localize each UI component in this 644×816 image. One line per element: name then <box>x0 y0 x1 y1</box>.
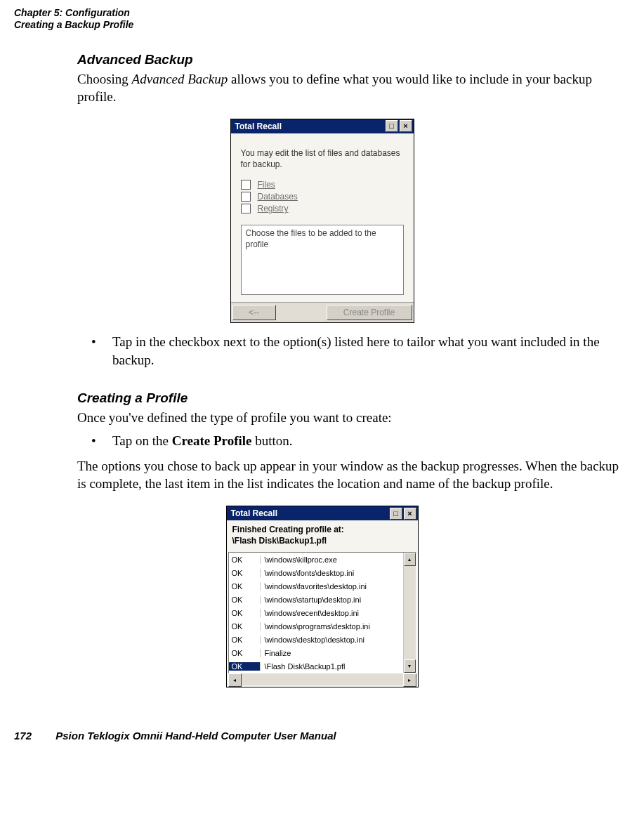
status-cell: OK <box>229 649 261 657</box>
back-button[interactable]: <-- <box>232 305 276 320</box>
table-row[interactable]: OK\windows\killproc.exe <box>229 553 403 566</box>
option-row-registry[interactable]: Registry <box>241 204 404 213</box>
table-row[interactable]: OK\windows\fonts\desktop.ini <box>229 566 403 579</box>
checkbox-databases[interactable] <box>241 192 251 202</box>
page-number: 172 <box>14 730 32 742</box>
path-cell: \windows\favorites\desktop.ini <box>261 582 403 591</box>
table-row[interactable]: OKFinalize <box>229 646 403 659</box>
window-title: Total Recall <box>235 121 384 131</box>
status-cell: OK <box>229 662 261 671</box>
status-cell: OK <box>229 595 261 604</box>
status-cell: OK <box>229 582 261 591</box>
bullet-prefix: Tap on the <box>112 433 172 448</box>
total-recall-window-1: Total Recall □ × You may edit the list o… <box>230 119 414 323</box>
bullet-text: Tap in the checkbox next to the option(s… <box>112 333 623 369</box>
path-cell: Finalize <box>261 649 403 657</box>
titlebar: Total Recall □ × <box>227 506 418 520</box>
scroll-track[interactable] <box>404 566 416 659</box>
status-cell: OK <box>229 555 261 564</box>
running-head-section: Creating a Backup Profile <box>14 19 630 31</box>
heading-advanced-backup: Advanced Backup <box>77 52 630 67</box>
bullet-tap-create: • Tap on the Create Profile button. <box>91 432 623 450</box>
footer-text: Psion Teklogix Omnii Hand-Held Computer … <box>55 730 336 742</box>
scroll-track[interactable] <box>242 673 403 685</box>
bullet-suffix: button. <box>251 433 292 448</box>
create-profile-button[interactable]: Create Profile <box>327 305 412 320</box>
bullet-text: Tap on the Create Profile button. <box>112 432 623 450</box>
titlebar: Total Recall □ × <box>231 119 414 133</box>
option-label-databases[interactable]: Databases <box>258 192 298 202</box>
option-label-files[interactable]: Files <box>258 180 275 190</box>
para-italic: Advanced Backup <box>132 72 228 86</box>
path-cell: \windows\fonts\desktop.ini <box>261 569 403 577</box>
page-footer: 172 Psion Teklogix Omnii Hand-Held Compu… <box>14 730 630 742</box>
window-footer: <-- Create Profile <box>231 302 414 322</box>
option-row-files[interactable]: Files <box>241 180 404 190</box>
path-cell: \Flash Disk\Backup1.pfl <box>261 662 403 671</box>
table-row[interactable]: OK\windows\favorites\desktop.ini <box>229 579 403 593</box>
finished-line2: \Flash Disk\Backup1.pfl <box>232 536 327 546</box>
window-title: Total Recall <box>231 508 388 518</box>
vertical-scrollbar[interactable]: ▴ ▾ <box>404 553 416 673</box>
maximize-icon[interactable]: □ <box>386 120 398 132</box>
total-recall-window-2: Total Recall □ × Finished Creating profi… <box>226 506 419 687</box>
path-cell: \windows\desktop\desktop.ini <box>261 636 403 644</box>
close-icon[interactable]: × <box>404 508 416 520</box>
running-head-chapter: Chapter 5: Configuration <box>14 7 630 19</box>
table-row[interactable]: OK\Flash Disk\Backup1.pfl <box>229 659 403 673</box>
para-advanced-backup: Choosing Advanced Backup allows you to d… <box>77 70 623 106</box>
scroll-left-icon[interactable]: ◂ <box>228 673 242 687</box>
hint-text: You may edit the list of files and datab… <box>241 147 404 170</box>
bullet-bold: Create Profile <box>172 433 252 448</box>
bullet-icon: • <box>91 333 112 369</box>
table-row[interactable]: OK\windows\programs\desktop.ini <box>229 619 403 633</box>
bullet-tap-checkbox: • Tap in the checkbox next to the option… <box>91 333 623 369</box>
option-row-databases[interactable]: Databases <box>241 192 404 202</box>
path-cell: \windows\programs\desktop.ini <box>261 622 403 631</box>
checkbox-registry[interactable] <box>241 204 251 213</box>
close-icon[interactable]: × <box>400 120 412 132</box>
horizontal-scrollbar[interactable]: ◂ ▸ <box>228 673 416 685</box>
scroll-up-icon[interactable]: ▴ <box>404 553 416 566</box>
status-cell: OK <box>229 636 261 644</box>
para-prefix: Choosing <box>77 72 132 86</box>
para-define-profile: Once you've defined the type of profile … <box>77 409 623 427</box>
table-row[interactable]: OK\windows\desktop\desktop.ini <box>229 633 403 646</box>
maximize-icon[interactable]: □ <box>390 508 402 520</box>
path-cell: \windows\recent\desktop.ini <box>261 609 403 617</box>
result-list: OK\windows\killproc.exeOK\windows\fonts\… <box>228 552 416 673</box>
path-cell: \windows\startup\desktop.ini <box>261 595 403 604</box>
option-label-registry[interactable]: Registry <box>258 204 289 213</box>
status-cell: OK <box>229 569 261 577</box>
finished-message: Finished Creating profile at: \Flash Dis… <box>227 520 418 552</box>
table-row[interactable]: OK\windows\recent\desktop.ini <box>229 606 403 619</box>
heading-creating-profile: Creating a Profile <box>77 390 630 406</box>
para-backup-progress: The options you chose to back up appear … <box>77 457 623 493</box>
finished-line1: Finished Creating profile at: <box>232 525 344 534</box>
status-cell: OK <box>229 609 261 617</box>
status-cell: OK <box>229 622 261 631</box>
message-box: Choose the files to be added to the prof… <box>241 225 404 295</box>
scroll-down-icon[interactable]: ▾ <box>404 659 416 673</box>
bullet-icon: • <box>91 432 112 450</box>
checkbox-files[interactable] <box>241 180 251 190</box>
path-cell: \windows\killproc.exe <box>261 555 403 564</box>
table-row[interactable]: OK\windows\startup\desktop.ini <box>229 593 403 606</box>
scroll-right-icon[interactable]: ▸ <box>403 673 416 687</box>
